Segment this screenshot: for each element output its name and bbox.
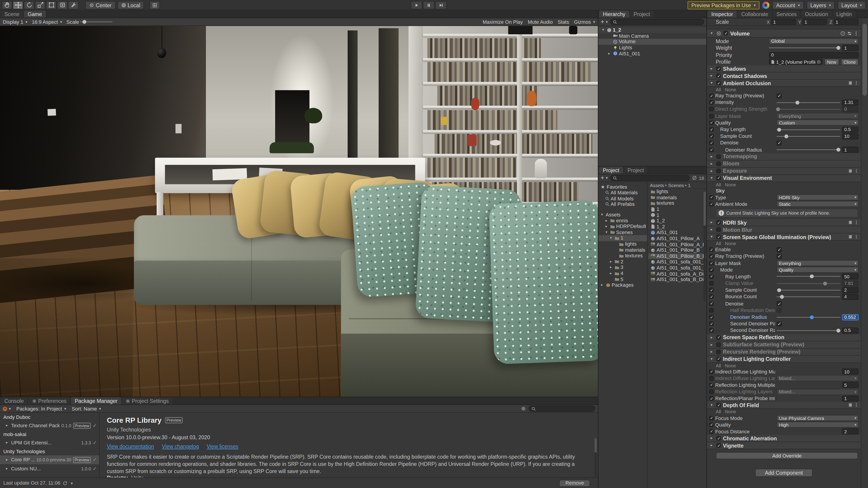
value-field[interactable]: 5 bbox=[842, 382, 859, 388]
param-layer-mask[interactable]: Layer MaskEverything▾ bbox=[707, 260, 861, 267]
override-subsurface-scattering-preview[interactable]: ▸SubSurface Scattering (Preview) bbox=[707, 341, 861, 348]
foldout-icon[interactable]: ▾ bbox=[709, 31, 714, 35]
folder-row-textures[interactable]: textures bbox=[598, 253, 647, 259]
foldout-icon[interactable]: ▸ bbox=[709, 350, 714, 354]
param-enabled-checkbox[interactable] bbox=[709, 195, 714, 200]
slider[interactable] bbox=[777, 294, 840, 299]
foldout-icon[interactable]: ▾ bbox=[709, 81, 714, 86]
none-link[interactable]: None bbox=[725, 409, 736, 415]
param-sample-count[interactable]: Sample Count10 bbox=[707, 133, 861, 140]
value-field[interactable]: 50 bbox=[842, 273, 859, 280]
slider-handle[interactable] bbox=[784, 134, 788, 138]
asset-row-lights[interactable]: lights bbox=[648, 189, 706, 195]
hierarchy-row-1-2[interactable]: ▾1_2 bbox=[598, 27, 706, 33]
param-enabled-checkbox[interactable] bbox=[709, 248, 714, 252]
dropdown[interactable]: Custom▾ bbox=[777, 120, 859, 126]
override-enabled-checkbox[interactable] bbox=[716, 81, 721, 86]
view-documentation-link[interactable]: View documentation bbox=[107, 443, 154, 449]
dropdown[interactable]: High▾ bbox=[777, 422, 859, 428]
value-field[interactable]: 2 bbox=[842, 429, 859, 435]
override-enabled-checkbox[interactable] bbox=[716, 161, 721, 166]
dropdown[interactable]: Quality▾ bbox=[777, 267, 859, 273]
hand-tool-button[interactable] bbox=[2, 1, 12, 9]
value-field[interactable]: 1.31 bbox=[842, 99, 859, 105]
foldout-icon[interactable]: ▸ bbox=[599, 283, 604, 287]
slider-handle[interactable] bbox=[780, 295, 784, 299]
override-indirect-lighting-controller[interactable]: ▾Indirect Lighting Controller bbox=[707, 355, 861, 363]
foldout-icon[interactable]: ▸ bbox=[604, 219, 609, 223]
param-enable[interactable]: Enable bbox=[707, 246, 861, 253]
view-changelog-link[interactable]: View changelog bbox=[162, 443, 199, 449]
param-intensity[interactable]: Intensity1.31 bbox=[707, 99, 861, 106]
hierarchy-row-volume[interactable]: Volume bbox=[598, 39, 706, 45]
layers-dropdown[interactable]: Layers▾ bbox=[807, 1, 835, 9]
account-dropdown[interactable]: Account▾ bbox=[772, 1, 804, 9]
foldout-icon[interactable]: ▸ bbox=[607, 51, 612, 56]
folder-row-assets[interactable]: ▾Assets bbox=[598, 212, 647, 218]
foldout-icon[interactable]: ▸ bbox=[709, 154, 714, 159]
foldout-icon[interactable]: ▾ bbox=[608, 236, 613, 240]
value-field[interactable]: 2 bbox=[842, 287, 859, 293]
param-enabled-checkbox[interactable] bbox=[709, 121, 714, 125]
override-enabled-checkbox[interactable] bbox=[716, 443, 721, 448]
slider[interactable] bbox=[777, 328, 840, 333]
all-link[interactable]: All bbox=[716, 182, 721, 187]
value-field[interactable]: 0.5 bbox=[842, 127, 859, 133]
axis-value-field[interactable]: 1 bbox=[833, 19, 859, 25]
override-enabled-checkbox[interactable] bbox=[716, 335, 721, 339]
override-vignette[interactable]: ▸Vignette bbox=[707, 442, 861, 449]
override-enabled-checkbox[interactable] bbox=[716, 350, 721, 354]
foldout-icon[interactable]: ▸ bbox=[709, 228, 714, 232]
new-button[interactable]: New bbox=[824, 59, 839, 65]
component-enabled-checkbox[interactable] bbox=[723, 31, 728, 35]
layout-dropdown[interactable]: Layout▾ bbox=[837, 1, 866, 9]
dropdown[interactable]: Use Physical Camera▾ bbox=[777, 415, 859, 421]
override-chromatic-aberration[interactable]: ▸Chromatic Aberration bbox=[707, 435, 861, 442]
param-enabled-checkbox[interactable] bbox=[709, 328, 714, 333]
grid-snap-button[interactable] bbox=[150, 1, 160, 9]
foldout-icon[interactable]: ▾ bbox=[604, 230, 609, 234]
param-enabled-checkbox[interactable] bbox=[709, 100, 714, 105]
param-enabled-checkbox[interactable] bbox=[709, 376, 714, 381]
param-denoiser-radius[interactable]: Denoiser Radius1 bbox=[707, 147, 861, 153]
create-asset-button[interactable]: +▾ bbox=[600, 175, 608, 181]
all-link[interactable]: All bbox=[716, 240, 721, 246]
step-button[interactable] bbox=[435, 1, 447, 9]
rect-tool-button[interactable] bbox=[46, 1, 57, 9]
add-package-button[interactable]: +▾ bbox=[3, 406, 11, 411]
none-link[interactable]: None bbox=[725, 240, 736, 246]
slider[interactable] bbox=[769, 45, 840, 51]
folder-row-ennis[interactable]: ▸ennis bbox=[598, 218, 647, 223]
value-field[interactable]: 1 bbox=[842, 396, 859, 402]
checkbox[interactable] bbox=[777, 301, 782, 306]
foldout-icon[interactable]: ▾ bbox=[599, 213, 604, 217]
foldout-icon[interactable]: ▸ bbox=[4, 457, 9, 462]
value-field[interactable]: 1 bbox=[842, 45, 859, 51]
slider[interactable] bbox=[777, 107, 840, 112]
pivot-center-button[interactable]: Center bbox=[85, 1, 116, 9]
inspector-tab-services[interactable]: Services bbox=[773, 11, 801, 18]
hidden-filter-icon[interactable] bbox=[692, 175, 697, 180]
param-type[interactable]: TypeHDRI Sky▾ bbox=[707, 194, 861, 201]
param-direct-lighting-strength[interactable]: Direct Lighting Strength0 bbox=[707, 106, 861, 113]
checkbox[interactable] bbox=[777, 254, 782, 259]
param-enabled-checkbox[interactable] bbox=[709, 281, 714, 286]
foldout-icon[interactable]: ▸ bbox=[4, 423, 9, 428]
override-exposure[interactable]: ▸Exposure bbox=[707, 167, 861, 175]
foldout-icon[interactable]: ▸ bbox=[709, 436, 714, 441]
slider-handle[interactable] bbox=[837, 148, 840, 152]
project-search-input[interactable] bbox=[610, 175, 690, 181]
override-enabled-checkbox[interactable] bbox=[716, 74, 721, 78]
folder-row-3[interactable]: ▸3 bbox=[598, 265, 647, 270]
stats-button[interactable]: Stats bbox=[558, 19, 569, 24]
param-clamp-value[interactable]: Clamp Value7.81 bbox=[707, 280, 861, 287]
foldout-icon[interactable]: ▸ bbox=[709, 74, 714, 78]
hierarchy-tab-project[interactable]: Project bbox=[630, 11, 654, 18]
rotate-tool-button[interactable] bbox=[24, 1, 34, 9]
param-focus-mode[interactable]: Focus ModeUse Physical Camera▾ bbox=[707, 415, 861, 421]
param-enabled-checkbox[interactable] bbox=[709, 141, 714, 145]
param-enabled-checkbox[interactable] bbox=[709, 127, 714, 132]
foldout-icon[interactable]: ▸ bbox=[709, 443, 714, 448]
param-layer-mask[interactable]: Layer MaskEverything▾ bbox=[707, 113, 861, 120]
override-depth-of-field[interactable]: ▾Depth Of Field bbox=[707, 402, 861, 409]
